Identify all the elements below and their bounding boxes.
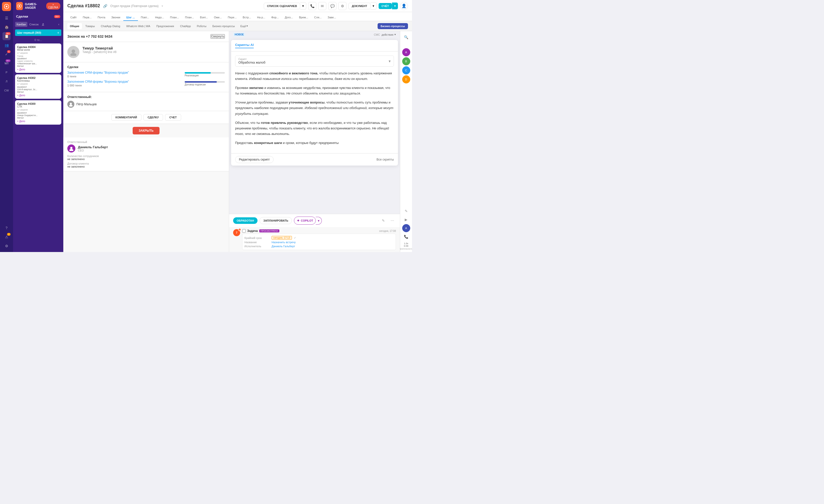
tab-whatcrm[interactable]: Whatcrm Web | WA [124, 23, 153, 29]
call-sidebar-icon[interactable]: 📞 [402, 233, 410, 241]
pipeline-tab-contract[interactable]: Дого... [282, 14, 296, 21]
pipeline-tab-taken[interactable]: Взят... [197, 14, 211, 21]
pipeline-tab-first[interactable]: Перв... [80, 14, 94, 21]
deal-name-2[interactable]: Заполнение CRM-формы "Воронка продаж" [67, 80, 129, 83]
link-icon[interactable]: 🔗 [103, 4, 107, 8]
secondary-contact-name: Даниель Гальберт [78, 145, 108, 149]
settings-button[interactable]: ⚙ [338, 2, 346, 10]
deal-button[interactable]: СДЕЛКУ [143, 114, 163, 121]
more-msg-icon[interactable]: ⋯ [389, 217, 396, 224]
script-selector[interactable]: Скрипт Обработка жалоб ▾ [235, 56, 394, 67]
tab-more-button[interactable]: Ещё ▾ [238, 23, 250, 29]
collapse-button[interactable]: Свернуть [211, 34, 225, 39]
profile-icon[interactable]: 👤 [400, 2, 408, 10]
copilot-dropdown-button[interactable]: ▾ [316, 217, 322, 225]
sidebar-tasks-icon[interactable]: ✓ 8 [3, 50, 11, 58]
d-tab[interactable]: Д [40, 22, 45, 27]
edit-msg-icon[interactable]: ✎ [380, 217, 387, 224]
executor-value[interactable]: Даниель Гальберт [272, 245, 295, 248]
pipeline-tab-calls[interactable]: Звонки [108, 14, 123, 21]
phone-button[interactable]: 📞 [308, 2, 316, 10]
tab-proposals[interactable]: Предложения [154, 23, 177, 29]
kanban-tab[interactable]: Канбан [15, 22, 27, 27]
task-checkbox[interactable] [242, 229, 246, 233]
user-profile-avatar[interactable]: A [402, 224, 410, 232]
task-status-badge: ПРОСМОТРЕНА [259, 229, 279, 232]
pipeline-tab-under[interactable]: Недо... [152, 14, 167, 21]
svg-point-2 [72, 49, 75, 53]
email-button[interactable]: ✉ [318, 2, 326, 10]
pipeline-tab-wait[interactable]: Ожи... [211, 14, 225, 21]
pipeline-tab-slya[interactable]: Сля... [311, 14, 325, 21]
sidebar-cw-icon[interactable]: CW [3, 86, 11, 94]
pipeline-tab-meet[interactable]: Встр... [240, 14, 254, 21]
sidebar-r-icon[interactable]: Р [3, 68, 11, 76]
search-sidebar-icon[interactable]: 🔍 [402, 33, 410, 41]
pipeline-tab-repeat[interactable]: Повт... [138, 14, 152, 21]
chat-button[interactable]: 💬 [328, 2, 336, 10]
ai-scripts-tab[interactable]: Скрипты AI [235, 43, 254, 48]
document-dropdown[interactable]: ▾ [371, 2, 377, 10]
close-call-button[interactable]: ЗАКРЫТЬ [133, 127, 160, 134]
sidebar-deals-icon[interactable]: 📋 99+ [3, 32, 11, 40]
progress-fill-2 [185, 81, 217, 83]
add-deal-icon[interactable]: + [57, 31, 59, 35]
tab-robots[interactable]: Роботы [194, 23, 209, 29]
pipeline-tab-done[interactable]: Заве... [325, 14, 339, 21]
sidebar-alert-icon[interactable]: ⚠ 2 [3, 233, 11, 241]
deal-card-4302[interactable]: Сделка #4302 Казгеомаш 17 апреля Шымкент… [15, 74, 61, 99]
tab-chatapp-dialog[interactable]: ChatApp Dialog [98, 23, 123, 29]
processed-button[interactable]: ОБРАБОТАН [233, 217, 258, 224]
pipeline-tab-site[interactable]: Сайт [67, 14, 80, 21]
add-deal-action-2[interactable]: + Дело [17, 94, 59, 97]
pipeline-tab-plan1[interactable]: План... [167, 14, 182, 21]
edit-script-button[interactable]: Редактировать скрипт [235, 156, 274, 163]
sidebar-settings-icon[interactable]: ⚙ [3, 242, 11, 250]
cancel-deal-button[interactable]: × СДЕЛКА [46, 3, 60, 10]
tab-general[interactable]: Общие [67, 23, 82, 29]
video-sidebar-icon[interactable]: ▶ [402, 216, 410, 224]
dept-chevron[interactable]: ▾ [162, 4, 163, 8]
pipeline-tab-mail[interactable]: Почта [95, 14, 109, 21]
pipeline-tab-review[interactable]: На р... [254, 14, 268, 21]
task-name-value[interactable]: Назначить встречу [272, 241, 296, 244]
add-deal-action-3[interactable]: + Дело [17, 120, 59, 123]
crm-content: Звонок на +7 702 632 9434 Свернуть Тимур… [63, 31, 412, 252]
tab-chatapp[interactable]: ChatApp [178, 23, 193, 29]
account-dropdown[interactable]: ▾ [392, 3, 398, 9]
actions-dropdown[interactable]: действия ▾ [382, 33, 396, 36]
biz-process-button[interactable]: Бизнес-процессы [378, 23, 408, 29]
invoice-button[interactable]: СЧЕТ [165, 114, 181, 121]
sidebar-collapse-icon[interactable]: ‹ [56, 22, 61, 27]
pipeline-tab-temp[interactable]: Врем... [296, 14, 311, 21]
deal-card-4300[interactable]: Сделка #4300 СПК 17 апреля Шымкент Улица… [15, 100, 61, 125]
deal-name-1[interactable]: Заполнение CRM-формы "Воронка продаж" [67, 71, 129, 74]
pipeline-tab-step[interactable]: Шаг ... [123, 14, 138, 21]
sidebar-l-icon[interactable]: Л [3, 77, 11, 85]
tab-biz-processes[interactable]: Бизнес-процессы [210, 23, 237, 29]
sidebar-help-icon[interactable]: ? [3, 224, 11, 232]
deal-number-title: Сделка #18802 [67, 3, 100, 9]
copilot-button[interactable]: ✦ COPILOT [294, 217, 316, 225]
sidebar-contacts-icon[interactable]: 👥 [3, 41, 11, 49]
app-logo[interactable] [2, 2, 11, 11]
schedule-button[interactable]: ЗАПЛАНИРОВАТЬ [260, 217, 292, 224]
pipeline-tab-form[interactable]: Фор... [268, 14, 282, 21]
sidebar-menu-icon[interactable]: ☰ [3, 14, 11, 22]
pipeline-tab-plan2[interactable]: План... [182, 14, 197, 21]
deal-card-4304[interactable]: Сделка #4304 Metal world 17 апреля Город… [15, 43, 61, 73]
tab-goods[interactable]: Товары [83, 23, 97, 29]
all-scripts-link[interactable]: Все скрипты [377, 158, 394, 161]
comment-button[interactable]: КОММЕНТАРИЙ [111, 114, 141, 121]
pipeline-tab-trans[interactable]: Пере... [225, 14, 240, 21]
progress-fill-1 [185, 72, 211, 74]
scenario-list-button[interactable]: СПИСОК СЦЕНАРИЕВ [264, 3, 300, 9]
document-button[interactable]: ДОКУМЕНТ [348, 3, 370, 9]
edit-sidebar-icon[interactable]: ✎ [402, 207, 410, 215]
add-deal-action[interactable]: + Дело [17, 68, 59, 71]
sidebar-home-icon[interactable]: 🏠 [3, 23, 11, 31]
scenario-dropdown-button[interactable]: ▾ [300, 2, 306, 10]
account-button[interactable]: СЧЁТ [379, 3, 392, 9]
list-tab[interactable]: Список [28, 22, 40, 27]
sidebar-ml-icon[interactable]: МЛ 99+ [3, 59, 11, 67]
